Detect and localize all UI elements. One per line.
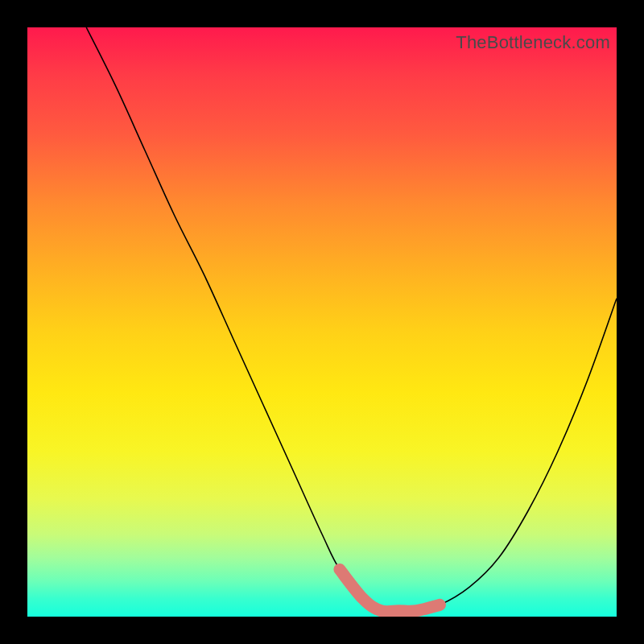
watermark-text: TheBottleneck.com: [456, 32, 610, 53]
curve-layer: [27, 27, 617, 617]
bottleneck-curve: [86, 27, 617, 612]
valley-highlight: [340, 569, 440, 611]
chart-frame: TheBottleneck.com: [0, 0, 644, 644]
plot-area: TheBottleneck.com: [27, 27, 617, 617]
